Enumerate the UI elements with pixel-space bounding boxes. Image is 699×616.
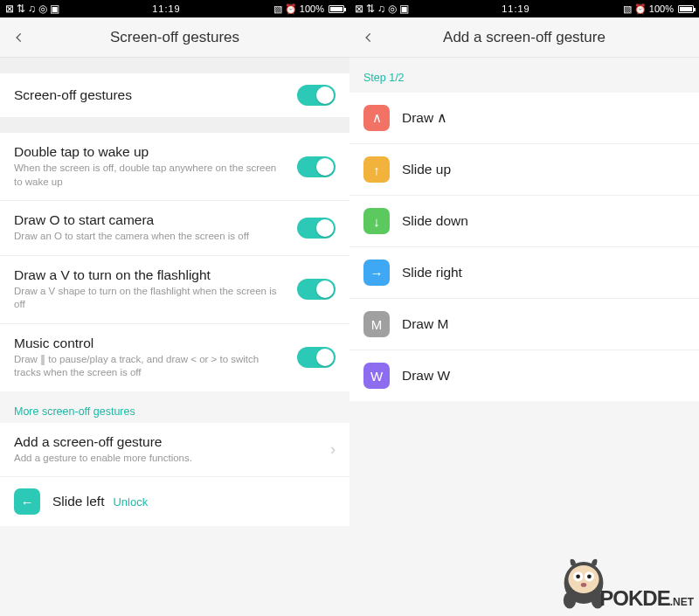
arrow-down-icon: ↓ bbox=[363, 208, 390, 234]
upload-icon: ⇅ bbox=[17, 3, 25, 15]
caret-icon: ∧ bbox=[363, 105, 390, 131]
alarm-icon: ⏰ bbox=[634, 3, 647, 15]
add-gesture-sub: Add a gesture to enable more functions. bbox=[14, 452, 285, 466]
gesture-action: Unlock bbox=[113, 495, 148, 509]
svg-point-4 bbox=[576, 574, 580, 578]
header: Add a screen-off gesture bbox=[350, 17, 699, 58]
gesture-option-draw-m[interactable]: M Draw M bbox=[350, 299, 699, 350]
toggle-music[interactable] bbox=[297, 347, 336, 368]
back-button[interactable] bbox=[356, 25, 381, 50]
status-time: 11:19 bbox=[59, 3, 273, 14]
option-label: Slide up bbox=[402, 162, 451, 177]
android-icon: ◎ bbox=[38, 3, 47, 15]
svg-point-7 bbox=[564, 592, 576, 608]
gesture-slide-left-row[interactable]: ← Slide left Unlock bbox=[0, 477, 350, 526]
svg-point-5 bbox=[587, 574, 592, 578]
pane-add-gesture: ⊠ ⇅ ♫ ◎ ▣ 11:19 ▧ ⏰ 100% Add a screen-of… bbox=[350, 0, 699, 616]
setting-label: Draw O to start camera bbox=[14, 212, 297, 228]
option-label: Draw M bbox=[402, 316, 448, 332]
debug-icon: ▣ bbox=[399, 3, 409, 15]
page-title: Add a screen-off gesture bbox=[350, 29, 699, 46]
option-label: Slide down bbox=[402, 213, 468, 229]
setting-label: Music control bbox=[14, 336, 297, 351]
status-bar: ⊠ ⇅ ♫ ◎ ▣ 11:19 ▧ ⏰ 100% bbox=[0, 0, 350, 17]
gesture-options-list: ∧ Draw ∧ ↑ Slide up ↓ Slide down → Slide… bbox=[350, 93, 699, 401]
gesture-option-slide-right[interactable]: → Slide right bbox=[350, 247, 699, 299]
divider bbox=[0, 58, 350, 73]
arrow-up-icon: ↑ bbox=[363, 156, 390, 183]
alarm-icon: ⏰ bbox=[285, 3, 297, 15]
option-label: Draw W bbox=[402, 368, 450, 384]
master-toggle-label: Screen-off gestures bbox=[14, 87, 297, 103]
setting-label: Double tap to wake up bbox=[14, 144, 297, 160]
setting-sub: When the screen is off, double tap anywh… bbox=[14, 162, 285, 189]
setting-row-music[interactable]: Music control Draw ‖ to pause/play a tra… bbox=[0, 324, 350, 391]
setting-row-draw-v[interactable]: Draw a V to turn on the flashlight Draw … bbox=[0, 256, 350, 324]
pane-gestures-settings: ⊠ ⇅ ♫ ◎ ▣ 11:19 ▧ ⏰ 100% Screen-off gest… bbox=[0, 0, 350, 616]
nfc-icon: ▧ bbox=[273, 3, 282, 15]
option-label: Draw ∧ bbox=[402, 110, 447, 126]
step-indicator: Step 1/2 bbox=[350, 58, 699, 93]
watermark-suffix: .NET bbox=[670, 596, 694, 608]
section-heading-more: More screen-off gestures bbox=[0, 391, 350, 423]
add-gesture-row[interactable]: Add a screen-off gesture Add a gesture t… bbox=[0, 423, 350, 478]
setting-sub: Draw ‖ to pause/play a track, and draw <… bbox=[14, 353, 285, 380]
back-button[interactable] bbox=[7, 25, 31, 50]
gesture-option-slide-up[interactable]: ↑ Slide up bbox=[350, 144, 699, 196]
status-time: 11:19 bbox=[409, 3, 623, 14]
option-label: Slide right bbox=[402, 265, 462, 280]
music-icon: ♫ bbox=[28, 3, 36, 15]
setting-label: Draw a V to turn on the flashlight bbox=[14, 267, 297, 283]
battery-icon bbox=[678, 5, 694, 13]
arrow-right-icon: → bbox=[363, 260, 390, 286]
svg-point-1 bbox=[568, 565, 599, 593]
setting-row-draw-o[interactable]: Draw O to start camera Draw an O to star… bbox=[0, 201, 350, 256]
battery-icon bbox=[329, 5, 344, 13]
setting-row-double-tap[interactable]: Double tap to wake up When the screen is… bbox=[0, 133, 350, 201]
chevron-right-icon: › bbox=[330, 440, 336, 459]
svg-point-6 bbox=[581, 583, 586, 587]
gesture-name: Slide left bbox=[52, 494, 104, 509]
upload-icon: ⇅ bbox=[366, 3, 375, 15]
nfc-icon: ▧ bbox=[623, 3, 632, 15]
header: Screen-off gestures bbox=[0, 17, 350, 58]
gesture-option-draw-caret[interactable]: ∧ Draw ∧ bbox=[350, 93, 699, 144]
android-icon: ◎ bbox=[388, 3, 397, 15]
status-bar: ⊠ ⇅ ♫ ◎ ▣ 11:19 ▧ ⏰ 100% bbox=[350, 0, 699, 17]
watermark: POKDE.NET bbox=[599, 586, 694, 611]
letter-w-icon: W bbox=[363, 363, 390, 389]
battery-text: 100% bbox=[300, 3, 324, 14]
divider bbox=[0, 117, 350, 133]
arrow-left-icon: ← bbox=[14, 488, 40, 515]
master-toggle[interactable] bbox=[297, 85, 336, 106]
setting-sub: Draw an O to start the camera when the s… bbox=[14, 230, 285, 244]
battery-text: 100% bbox=[649, 3, 674, 14]
toggle-draw-v[interactable] bbox=[297, 279, 336, 300]
toggle-draw-o[interactable] bbox=[297, 218, 336, 239]
close-icon: ⊠ bbox=[5, 3, 14, 15]
master-toggle-row[interactable]: Screen-off gestures bbox=[0, 73, 350, 117]
toggle-double-tap[interactable] bbox=[297, 156, 336, 177]
gesture-option-slide-down[interactable]: ↓ Slide down bbox=[350, 196, 699, 247]
watermark-brand: POKDE bbox=[599, 586, 669, 610]
setting-sub: Draw a V shape to turn on the flashlight… bbox=[14, 285, 285, 312]
page-title: Screen-off gestures bbox=[0, 29, 350, 46]
letter-m-icon: M bbox=[363, 311, 390, 337]
debug-icon: ▣ bbox=[50, 3, 59, 15]
music-icon: ♫ bbox=[377, 3, 385, 15]
close-icon: ⊠ bbox=[355, 3, 363, 15]
add-gesture-label: Add a screen-off gesture bbox=[14, 434, 330, 450]
gesture-option-draw-w[interactable]: W Draw W bbox=[350, 350, 699, 401]
